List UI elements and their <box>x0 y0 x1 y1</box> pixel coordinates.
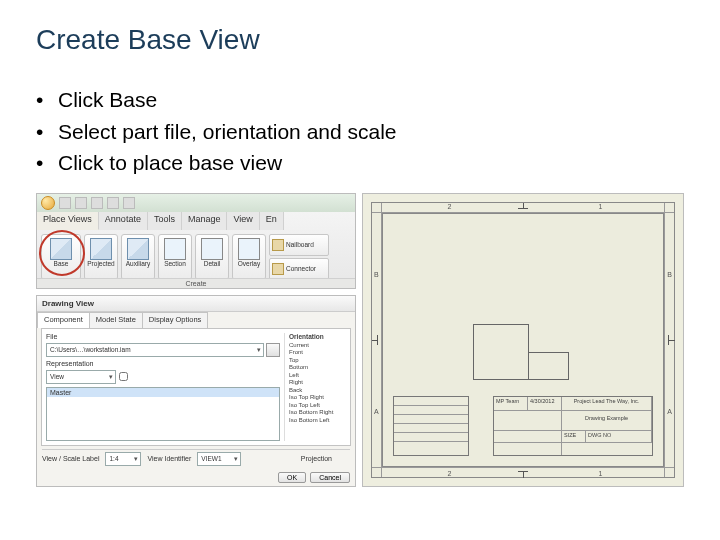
zone-left-a: A <box>374 408 379 415</box>
orient-back[interactable]: Back <box>289 387 346 395</box>
orient-iso-tl[interactable]: Iso Top Left <box>289 402 346 410</box>
section-label: Section <box>164 261 186 268</box>
zone-top-1: 1 <box>599 203 603 210</box>
sheet-paper: 2 1 2 1 B A B A <box>371 202 675 478</box>
tab-display-options[interactable]: Display Options <box>142 312 209 328</box>
qat-new-icon[interactable] <box>59 197 71 209</box>
scale-combo[interactable]: 1:4 <box>105 452 141 466</box>
base-view-side[interactable] <box>529 352 569 380</box>
orient-iso-tr[interactable]: Iso Top Right <box>289 394 346 402</box>
center-mark-bottom-icon <box>518 471 528 477</box>
bullet-click-place: Click to place base view <box>36 147 684 179</box>
orientation-list[interactable]: Current Front Top Bottom Left Right Back… <box>289 342 346 425</box>
tab-tools[interactable]: Tools <box>148 212 182 230</box>
revision-block <box>393 396 469 456</box>
orient-top[interactable]: Top <box>289 357 346 365</box>
auxiliary-label: Auxiliary <box>126 261 151 268</box>
sheet-inner-border: MP Team 4/30/2012 Project Lead The Way, … <box>382 213 664 467</box>
base-view-front[interactable] <box>473 324 529 380</box>
view-identifier-label: View Identifier <box>147 455 191 462</box>
quick-access-toolbar <box>37 194 355 212</box>
tb-blank4 <box>562 443 652 455</box>
base-view-icon <box>50 238 72 260</box>
auxiliary-button[interactable]: Auxiliary <box>121 234 155 280</box>
orient-iso-br[interactable]: Iso Bottom Right <box>289 409 346 417</box>
ribbon-group-label: Create <box>37 278 355 288</box>
representation-list[interactable]: Master <box>46 387 280 441</box>
file-combo[interactable]: C:\Users\…\workstation.iam <box>46 343 264 357</box>
qat-open-icon[interactable] <box>75 197 87 209</box>
zone-strip-left: B A <box>372 203 382 477</box>
rev-row <box>394 415 468 424</box>
representation-checkbox[interactable] <box>119 372 128 381</box>
view-identifier-value: VIEW1 <box>201 455 221 462</box>
tb-blank <box>494 411 562 430</box>
ok-button[interactable]: OK <box>278 472 306 483</box>
tb-drawing: Drawing Example <box>562 411 652 430</box>
detail-button[interactable]: Detail <box>195 234 229 280</box>
divider <box>42 449 350 450</box>
orient-bottom[interactable]: Bottom <box>289 364 346 372</box>
file-value: C:\Users\…\workstation.iam <box>50 346 131 353</box>
tab-view[interactable]: View <box>227 212 259 230</box>
qat-save-icon[interactable] <box>91 197 103 209</box>
overlay-button[interactable]: Overlay <box>232 234 266 280</box>
representation-label: Representation <box>46 360 280 367</box>
auxiliary-icon <box>127 238 149 260</box>
title-block: MP Team 4/30/2012 Project Lead The Way, … <box>493 396 653 456</box>
page-title: Create Base View <box>36 24 684 56</box>
list-item-master[interactable]: Master <box>47 388 279 397</box>
tb-blank2 <box>494 431 562 442</box>
connector-button[interactable]: Connector <box>269 258 329 280</box>
rev-row <box>394 433 468 442</box>
rev-row <box>394 397 468 406</box>
detail-label: Detail <box>204 261 221 268</box>
rev-row <box>394 424 468 433</box>
slide-root: Create Base View Click Base Select part … <box>0 0 720 540</box>
projected-button[interactable]: Projected <box>84 234 118 280</box>
orientation-header: Orientation <box>289 333 346 340</box>
orient-left[interactable]: Left <box>289 372 346 380</box>
app-orb-icon[interactable] <box>41 196 55 210</box>
tab-annotate[interactable]: Annotate <box>99 212 148 230</box>
overlay-label: Overlay <box>238 261 260 268</box>
browse-button[interactable] <box>266 343 280 357</box>
tab-component[interactable]: Component <box>37 312 90 328</box>
qat-undo-icon[interactable] <box>107 197 119 209</box>
dialog-bottom-bar: View / Scale Label 1:4 View Identifier V… <box>37 446 355 486</box>
rev-row <box>394 406 468 415</box>
tab-manage[interactable]: Manage <box>182 212 228 230</box>
orient-current[interactable]: Current <box>289 342 346 350</box>
nailboard-button[interactable]: Nailboard <box>269 234 329 256</box>
detail-icon <box>201 238 223 260</box>
tab-model-state[interactable]: Model State <box>89 312 143 328</box>
tab-place-views[interactable]: Place Views <box>37 212 99 230</box>
orient-iso-bl[interactable]: Iso Bottom Left <box>289 417 346 425</box>
view-identifier-field[interactable]: VIEW1 <box>197 452 241 466</box>
dialog-button-row: OK Cancel <box>42 472 350 483</box>
section-button[interactable]: Section <box>158 234 192 280</box>
qat-redo-icon[interactable] <box>123 197 135 209</box>
tb-team: MP Team <box>494 397 528 410</box>
base-label: Base <box>54 261 69 268</box>
zone-strip-top: 2 1 <box>372 203 674 213</box>
dialog-left-pane: File C:\Users\…\workstation.iam Represen… <box>46 333 280 441</box>
orient-right[interactable]: Right <box>289 379 346 387</box>
zone-strip-bottom: 2 1 <box>372 467 674 477</box>
representation-combo[interactable]: View <box>46 370 116 384</box>
projection-label: Projection <box>301 455 332 462</box>
bullet-list: Click Base Select part file, orientation… <box>36 84 684 179</box>
zone-strip-right: B A <box>664 203 674 477</box>
file-label: File <box>46 333 280 340</box>
cancel-button[interactable]: Cancel <box>310 472 350 483</box>
orient-front[interactable]: Front <box>289 349 346 357</box>
zone-right-b: B <box>667 271 672 278</box>
ribbon-panel: Place Views Annotate Tools Manage View E… <box>36 193 356 289</box>
representation-value: View <box>50 373 64 380</box>
base-button[interactable]: Base <box>41 234 81 280</box>
zone-top-2: 2 <box>448 203 452 210</box>
overlay-icon <box>238 238 260 260</box>
tab-env[interactable]: En <box>260 212 284 230</box>
figure-row: Place Views Annotate Tools Manage View E… <box>36 193 684 487</box>
tb-blank3 <box>494 443 562 455</box>
